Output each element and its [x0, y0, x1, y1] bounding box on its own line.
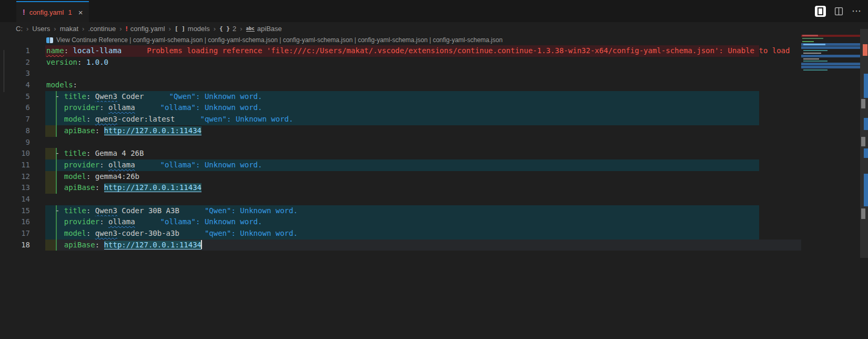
code-token	[46, 241, 64, 249]
overview-occurrence-marker	[861, 137, 865, 146]
tab-config-yaml[interactable]: ! config.yaml 1 ×	[16, 1, 89, 22]
code-token: -	[46, 206, 64, 215]
code-line-15[interactable]: 15 - title: Qwen3 Coder 30B A3B"Qwen": U…	[0, 205, 868, 217]
codelens-text: View Continue Reference | config-yaml-sc…	[56, 36, 502, 44]
code-line-3[interactable]: 3	[0, 68, 868, 79]
code-text: provider: ollama"ollama": Unknown word.	[46, 102, 262, 114]
code-token: :	[86, 115, 95, 123]
code-line-9[interactable]: 9	[0, 137, 868, 148]
split-editor-icon[interactable]	[834, 7, 843, 16]
api-base-link[interactable]: http://127.0.0.1:11434	[104, 241, 201, 250]
overview-occurrence-marker	[861, 99, 865, 108]
code-token: Qwen3	[95, 92, 117, 101]
code-token: :	[86, 149, 95, 157]
code-token	[46, 161, 64, 169]
code-token: ollama	[108, 161, 135, 169]
breadcrumb-item-continue[interactable]: .continue	[88, 25, 116, 33]
code-line-2[interactable]: 2version: 1.0.0	[0, 57, 868, 68]
string-icon: abc	[246, 26, 255, 32]
line-number: 4	[0, 79, 30, 91]
minimap-info-band	[801, 46, 860, 49]
code-line-10[interactable]: 10 - title: Gemma 4 26B	[0, 148, 868, 159]
code-text: apiBase: http://127.0.0.1:11434	[46, 182, 201, 194]
code-token: apiBase	[64, 126, 95, 135]
code-line-17[interactable]: 17 model: qwen3-coder-30b-a3b"qwen": Unk…	[0, 228, 868, 240]
code-token	[46, 126, 64, 135]
code-token: version	[46, 58, 77, 66]
code-token: local-llama	[73, 46, 122, 55]
code-token: model	[64, 229, 86, 237]
code-line-12[interactable]: 12 model: gemma4:26b	[0, 171, 868, 183]
error-icon: !	[126, 25, 128, 33]
code-token	[46, 183, 64, 192]
code-token: :	[86, 206, 95, 215]
minimap-mark	[803, 44, 825, 45]
code-token: ollama	[108, 217, 135, 226]
code-line-11[interactable]: 11 provider: ollama"ollama": Unknown wor…	[0, 159, 868, 171]
codelens[interactable]: View Continue Reference | config-yaml-sc…	[46, 35, 502, 45]
code-token: -	[46, 92, 64, 101]
minimap[interactable]	[801, 33, 860, 254]
code-line-6[interactable]: 6 provider: ollama"ollama": Unknown word…	[0, 102, 868, 114]
breadcrumb-item-apibase[interactable]: abcapiBase	[246, 25, 282, 33]
continue-extension-icon[interactable]	[815, 6, 826, 17]
breadcrumb-item-makat[interactable]: makat	[60, 25, 78, 33]
inline-diagnostic: "Qwen": Unknown word.	[169, 92, 262, 101]
code-line-1[interactable]: 1name: local-llamaProblems loading refer…	[0, 45, 868, 57]
code-token	[46, 217, 64, 226]
code-token: apiBase	[64, 183, 95, 192]
breadcrumb-item-2[interactable]: { }2	[219, 25, 236, 33]
breadcrumb-label: 2	[233, 25, 236, 33]
inline-diagnostic: "ollama": Unknown word.	[160, 161, 263, 169]
code-token: :	[73, 81, 77, 89]
code-token: :	[86, 172, 95, 181]
code-line-8[interactable]: 8 apiBase: http://127.0.0.1:11434	[0, 125, 868, 137]
overview-error-marker	[863, 44, 867, 56]
breadcrumb-item-models[interactable]: [ ]models	[175, 25, 210, 33]
code-line-16[interactable]: 16 provider: ollama"ollama": Unknown wor…	[0, 216, 868, 228]
line-number: 16	[0, 216, 30, 228]
api-base-link[interactable]: http://127.0.0.1:11434	[104, 126, 201, 135]
inline-diagnostic: "ollama": Unknown word.	[160, 217, 263, 226]
code-line-4[interactable]: 4models:	[0, 79, 868, 91]
code-token: name	[46, 46, 64, 55]
sidebar-sash[interactable]	[4, 50, 4, 92]
tab-error-icon: !	[23, 8, 25, 16]
breadcrumb-item-configyaml[interactable]: !config.yaml	[126, 25, 165, 33]
breadcrumb-item-c[interactable]: C:	[16, 25, 23, 33]
breadcrumb-item-users[interactable]: Users	[32, 25, 50, 33]
code-token: :	[95, 241, 104, 249]
breadcrumb-separator: ›	[54, 25, 56, 33]
api-base-link[interactable]: http://127.0.0.1:11434	[104, 183, 201, 192]
minimap-mark	[802, 35, 818, 36]
minimap-info-band	[801, 55, 860, 57]
code-token: :	[99, 161, 108, 169]
code-text: apiBase: http://127.0.0.1:11434	[46, 240, 202, 251]
line-number: 9	[0, 137, 30, 148]
line-number: 1	[0, 45, 30, 57]
breadcrumb-separator: ›	[240, 25, 242, 33]
editor-actions: ⋯	[815, 0, 862, 22]
code-line-13[interactable]: 13 apiBase: http://127.0.0.1:11434	[0, 182, 868, 194]
breadcrumb-label: C:	[16, 25, 23, 33]
code-token: :	[95, 126, 104, 135]
code-token: ollama	[108, 103, 135, 112]
code-token: :	[95, 183, 104, 192]
code-text: version: 1.0.0	[46, 57, 108, 68]
overview-occurrence-marker	[861, 208, 865, 219]
tab-close-icon[interactable]: ×	[78, 8, 83, 17]
line-number: 2	[0, 57, 30, 68]
code-line-18[interactable]: 18 apiBase: http://127.0.0.1:11434	[0, 240, 868, 251]
line-number: 5	[0, 91, 30, 103]
inline-diagnostic: "Qwen": Unknown word.	[205, 206, 298, 215]
breadcrumb-separator: ›	[82, 25, 84, 33]
code-line-5[interactable]: 5 - title: Qwen3 Coder"Qwen": Unknown wo…	[0, 91, 868, 103]
code-line-7[interactable]: 7 model: qwen3-coder:latest"qwen": Unkno…	[0, 114, 868, 125]
overview-info-marker	[864, 148, 868, 158]
more-actions-icon[interactable]: ⋯	[852, 8, 862, 14]
code-line-14[interactable]: 14	[0, 194, 868, 205]
scrollbar[interactable]	[860, 22, 868, 339]
code-token: title	[64, 92, 86, 101]
code-token: -	[46, 149, 64, 157]
inline-diagnostic: Problems loading reference 'file:///c:/U…	[147, 46, 790, 55]
